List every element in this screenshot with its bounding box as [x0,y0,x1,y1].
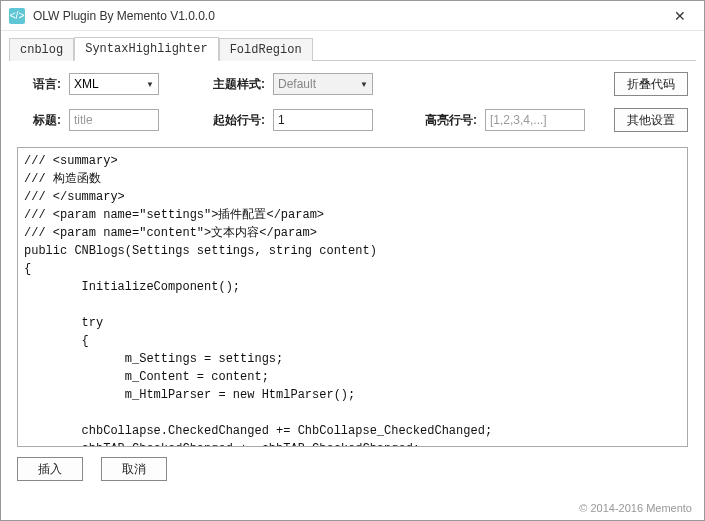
settings-panel: 语言: XML ▼ 主题样式: Default ▼ 折叠代码 标题: title… [1,61,704,147]
theme-value: Default [278,77,316,91]
title-input[interactable]: title [69,109,159,131]
tab-foldregion[interactable]: FoldRegion [219,38,313,61]
other-settings-button[interactable]: 其他设置 [614,108,688,132]
theme-label: 主题样式: [205,76,265,93]
theme-dropdown[interactable]: Default ▼ [273,73,373,95]
language-value: XML [74,77,99,91]
app-icon: </> [9,8,25,24]
tabbar: cnblog SyntaxHighlighter FoldRegion [9,35,696,61]
highlight-label: 高亮行号: [419,112,477,129]
highlight-input[interactable]: [1,2,3,4,...] [485,109,585,131]
form-row-1: 语言: XML ▼ 主题样式: Default ▼ 折叠代码 [17,71,688,97]
fold-code-button[interactable]: 折叠代码 [614,72,688,96]
tab-syntaxhighlighter[interactable]: SyntaxHighlighter [74,37,218,61]
tab-cnblog[interactable]: cnblog [9,38,74,61]
bottom-row: 插入 取消 [1,447,704,491]
chevron-down-icon: ▼ [360,80,368,89]
copyright-text: © 2014-2016 Memento [579,502,692,514]
close-icon[interactable]: ✕ [664,4,696,28]
title-label: 标题: [17,112,61,129]
insert-button[interactable]: 插入 [17,457,83,481]
language-dropdown[interactable]: XML ▼ [69,73,159,95]
language-label: 语言: [17,76,61,93]
code-textarea[interactable]: /// <summary> /// 构造函数 /// </summary> //… [17,147,688,447]
form-row-2: 标题: title 起始行号: 1 高亮行号: [1,2,3,4,...] 其他… [17,107,688,133]
cancel-button[interactable]: 取消 [101,457,167,481]
startline-label: 起始行号: [205,112,265,129]
titlebar: </> OLW Plugin By Memento V1.0.0.0 ✕ [1,1,704,31]
chevron-down-icon: ▼ [146,80,154,89]
startline-input[interactable]: 1 [273,109,373,131]
window-title: OLW Plugin By Memento V1.0.0.0 [33,9,664,23]
